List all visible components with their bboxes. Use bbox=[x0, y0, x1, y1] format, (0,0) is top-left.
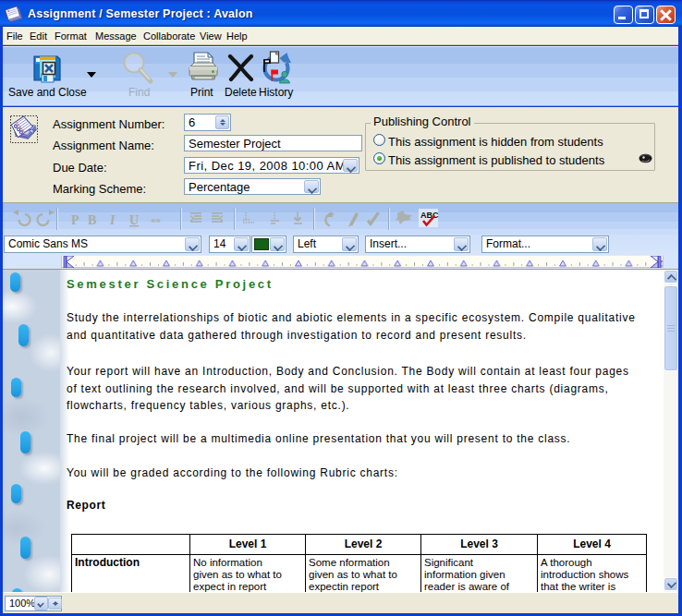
svg-text:I: I bbox=[109, 213, 116, 227]
svg-text:ABC: ABC bbox=[420, 211, 439, 220]
svg-text:«»: «» bbox=[151, 213, 161, 224]
svg-text:U: U bbox=[129, 213, 139, 227]
svg-text:B: B bbox=[88, 213, 96, 227]
svg-text:P: P bbox=[71, 213, 79, 227]
